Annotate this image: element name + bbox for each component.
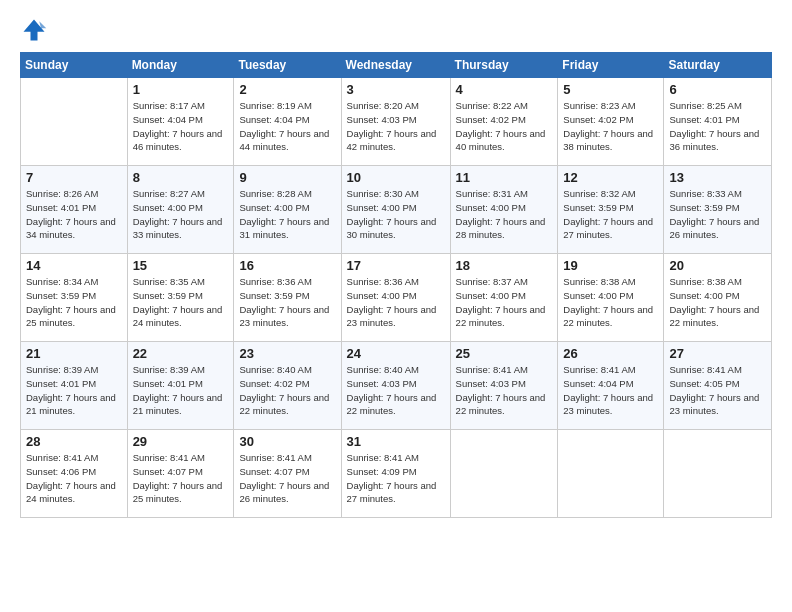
day-number: 29 <box>133 434 229 449</box>
day-number: 7 <box>26 170 122 185</box>
calendar-cell: 19Sunrise: 8:38 AM Sunset: 4:00 PM Dayli… <box>558 254 664 342</box>
day-info: Sunrise: 8:30 AM Sunset: 4:00 PM Dayligh… <box>347 187 445 242</box>
day-number: 31 <box>347 434 445 449</box>
weekday-header-row: SundayMondayTuesdayWednesdayThursdayFrid… <box>21 53 772 78</box>
calendar-cell <box>21 78 128 166</box>
day-number: 25 <box>456 346 553 361</box>
calendar-cell: 12Sunrise: 8:32 AM Sunset: 3:59 PM Dayli… <box>558 166 664 254</box>
day-number: 6 <box>669 82 766 97</box>
day-number: 24 <box>347 346 445 361</box>
calendar-cell: 30Sunrise: 8:41 AM Sunset: 4:07 PM Dayli… <box>234 430 341 518</box>
day-number: 13 <box>669 170 766 185</box>
day-info: Sunrise: 8:41 AM Sunset: 4:07 PM Dayligh… <box>133 451 229 506</box>
day-info: Sunrise: 8:32 AM Sunset: 3:59 PM Dayligh… <box>563 187 658 242</box>
day-info: Sunrise: 8:34 AM Sunset: 3:59 PM Dayligh… <box>26 275 122 330</box>
weekday-header-sunday: Sunday <box>21 53 128 78</box>
header <box>20 16 772 44</box>
day-info: Sunrise: 8:35 AM Sunset: 3:59 PM Dayligh… <box>133 275 229 330</box>
calendar-cell: 10Sunrise: 8:30 AM Sunset: 4:00 PM Dayli… <box>341 166 450 254</box>
calendar-cell: 3Sunrise: 8:20 AM Sunset: 4:03 PM Daylig… <box>341 78 450 166</box>
day-number: 21 <box>26 346 122 361</box>
day-info: Sunrise: 8:23 AM Sunset: 4:02 PM Dayligh… <box>563 99 658 154</box>
calendar-cell: 22Sunrise: 8:39 AM Sunset: 4:01 PM Dayli… <box>127 342 234 430</box>
weekday-header-saturday: Saturday <box>664 53 772 78</box>
calendar-cell: 11Sunrise: 8:31 AM Sunset: 4:00 PM Dayli… <box>450 166 558 254</box>
day-info: Sunrise: 8:28 AM Sunset: 4:00 PM Dayligh… <box>239 187 335 242</box>
week-row-2: 14Sunrise: 8:34 AM Sunset: 3:59 PM Dayli… <box>21 254 772 342</box>
calendar-cell: 14Sunrise: 8:34 AM Sunset: 3:59 PM Dayli… <box>21 254 128 342</box>
day-info: Sunrise: 8:38 AM Sunset: 4:00 PM Dayligh… <box>563 275 658 330</box>
logo-icon <box>20 16 48 44</box>
logo <box>20 16 52 44</box>
calendar-table: SundayMondayTuesdayWednesdayThursdayFrid… <box>20 52 772 518</box>
calendar-cell: 13Sunrise: 8:33 AM Sunset: 3:59 PM Dayli… <box>664 166 772 254</box>
day-number: 11 <box>456 170 553 185</box>
day-info: Sunrise: 8:41 AM Sunset: 4:03 PM Dayligh… <box>456 363 553 418</box>
day-number: 18 <box>456 258 553 273</box>
calendar-cell: 25Sunrise: 8:41 AM Sunset: 4:03 PM Dayli… <box>450 342 558 430</box>
day-info: Sunrise: 8:37 AM Sunset: 4:00 PM Dayligh… <box>456 275 553 330</box>
calendar-cell: 2Sunrise: 8:19 AM Sunset: 4:04 PM Daylig… <box>234 78 341 166</box>
day-number: 27 <box>669 346 766 361</box>
calendar-cell: 7Sunrise: 8:26 AM Sunset: 4:01 PM Daylig… <box>21 166 128 254</box>
calendar-cell: 28Sunrise: 8:41 AM Sunset: 4:06 PM Dayli… <box>21 430 128 518</box>
calendar-cell: 23Sunrise: 8:40 AM Sunset: 4:02 PM Dayli… <box>234 342 341 430</box>
day-number: 1 <box>133 82 229 97</box>
calendar-cell: 18Sunrise: 8:37 AM Sunset: 4:00 PM Dayli… <box>450 254 558 342</box>
day-info: Sunrise: 8:39 AM Sunset: 4:01 PM Dayligh… <box>26 363 122 418</box>
page: SundayMondayTuesdayWednesdayThursdayFrid… <box>0 0 792 612</box>
day-number: 23 <box>239 346 335 361</box>
calendar-cell: 21Sunrise: 8:39 AM Sunset: 4:01 PM Dayli… <box>21 342 128 430</box>
calendar-cell: 27Sunrise: 8:41 AM Sunset: 4:05 PM Dayli… <box>664 342 772 430</box>
day-number: 8 <box>133 170 229 185</box>
calendar-cell: 4Sunrise: 8:22 AM Sunset: 4:02 PM Daylig… <box>450 78 558 166</box>
day-info: Sunrise: 8:27 AM Sunset: 4:00 PM Dayligh… <box>133 187 229 242</box>
day-number: 10 <box>347 170 445 185</box>
day-info: Sunrise: 8:25 AM Sunset: 4:01 PM Dayligh… <box>669 99 766 154</box>
calendar-cell: 9Sunrise: 8:28 AM Sunset: 4:00 PM Daylig… <box>234 166 341 254</box>
calendar-cell: 16Sunrise: 8:36 AM Sunset: 3:59 PM Dayli… <box>234 254 341 342</box>
day-info: Sunrise: 8:17 AM Sunset: 4:04 PM Dayligh… <box>133 99 229 154</box>
day-info: Sunrise: 8:41 AM Sunset: 4:05 PM Dayligh… <box>669 363 766 418</box>
day-number: 30 <box>239 434 335 449</box>
weekday-header-tuesday: Tuesday <box>234 53 341 78</box>
day-number: 19 <box>563 258 658 273</box>
day-info: Sunrise: 8:40 AM Sunset: 4:02 PM Dayligh… <box>239 363 335 418</box>
day-info: Sunrise: 8:20 AM Sunset: 4:03 PM Dayligh… <box>347 99 445 154</box>
day-number: 26 <box>563 346 658 361</box>
calendar-cell: 6Sunrise: 8:25 AM Sunset: 4:01 PM Daylig… <box>664 78 772 166</box>
day-number: 22 <box>133 346 229 361</box>
calendar-cell: 17Sunrise: 8:36 AM Sunset: 4:00 PM Dayli… <box>341 254 450 342</box>
weekday-header-monday: Monday <box>127 53 234 78</box>
calendar-cell: 8Sunrise: 8:27 AM Sunset: 4:00 PM Daylig… <box>127 166 234 254</box>
day-number: 20 <box>669 258 766 273</box>
calendar-cell <box>450 430 558 518</box>
day-info: Sunrise: 8:38 AM Sunset: 4:00 PM Dayligh… <box>669 275 766 330</box>
weekday-header-wednesday: Wednesday <box>341 53 450 78</box>
day-number: 12 <box>563 170 658 185</box>
day-info: Sunrise: 8:31 AM Sunset: 4:00 PM Dayligh… <box>456 187 553 242</box>
week-row-1: 7Sunrise: 8:26 AM Sunset: 4:01 PM Daylig… <box>21 166 772 254</box>
day-info: Sunrise: 8:26 AM Sunset: 4:01 PM Dayligh… <box>26 187 122 242</box>
week-row-3: 21Sunrise: 8:39 AM Sunset: 4:01 PM Dayli… <box>21 342 772 430</box>
week-row-4: 28Sunrise: 8:41 AM Sunset: 4:06 PM Dayli… <box>21 430 772 518</box>
day-info: Sunrise: 8:36 AM Sunset: 4:00 PM Dayligh… <box>347 275 445 330</box>
day-info: Sunrise: 8:33 AM Sunset: 3:59 PM Dayligh… <box>669 187 766 242</box>
calendar-cell: 31Sunrise: 8:41 AM Sunset: 4:09 PM Dayli… <box>341 430 450 518</box>
day-info: Sunrise: 8:39 AM Sunset: 4:01 PM Dayligh… <box>133 363 229 418</box>
day-number: 28 <box>26 434 122 449</box>
day-info: Sunrise: 8:22 AM Sunset: 4:02 PM Dayligh… <box>456 99 553 154</box>
calendar-cell: 26Sunrise: 8:41 AM Sunset: 4:04 PM Dayli… <box>558 342 664 430</box>
svg-marker-0 <box>24 20 45 41</box>
day-number: 9 <box>239 170 335 185</box>
calendar-cell: 24Sunrise: 8:40 AM Sunset: 4:03 PM Dayli… <box>341 342 450 430</box>
weekday-header-thursday: Thursday <box>450 53 558 78</box>
calendar-cell: 15Sunrise: 8:35 AM Sunset: 3:59 PM Dayli… <box>127 254 234 342</box>
weekday-header-friday: Friday <box>558 53 664 78</box>
day-number: 4 <box>456 82 553 97</box>
calendar-cell: 1Sunrise: 8:17 AM Sunset: 4:04 PM Daylig… <box>127 78 234 166</box>
calendar-cell: 20Sunrise: 8:38 AM Sunset: 4:00 PM Dayli… <box>664 254 772 342</box>
day-number: 3 <box>347 82 445 97</box>
day-info: Sunrise: 8:41 AM Sunset: 4:04 PM Dayligh… <box>563 363 658 418</box>
day-number: 5 <box>563 82 658 97</box>
